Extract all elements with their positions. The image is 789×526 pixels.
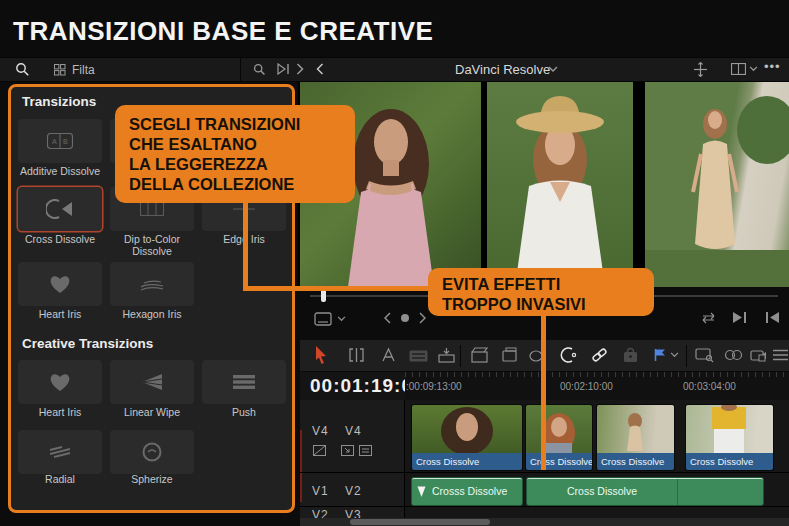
track-resize-icon[interactable] bbox=[340, 444, 354, 456]
page-title: TRANSIZIONI BASE E CREATIVE bbox=[13, 16, 433, 47]
filter-icon[interactable] bbox=[53, 63, 66, 76]
chevron-down-icon[interactable] bbox=[548, 66, 558, 73]
top-toolbar bbox=[0, 57, 789, 82]
timeline-clip[interactable]: Cross Dissolve bbox=[597, 405, 674, 470]
clapboard-frame-icon[interactable] bbox=[500, 347, 518, 363]
trim-tool-icon[interactable] bbox=[347, 347, 365, 363]
clip-transition-label: Cross Dissolve bbox=[686, 453, 773, 470]
timeline-audio-clip[interactable]: Crosss Dissolve bbox=[412, 478, 522, 505]
transition-label: Additive Dissolve bbox=[16, 165, 104, 177]
more-icon[interactable]: ••• bbox=[764, 59, 781, 74]
transition-thumb-push[interactable] bbox=[202, 360, 286, 404]
viewer-clip-straw-hat bbox=[487, 82, 633, 287]
svg-text:A: A bbox=[52, 138, 57, 145]
callout-line: EVITA EFFETTI bbox=[442, 274, 640, 294]
chevron-down-icon[interactable] bbox=[749, 66, 758, 72]
hamburger-icon[interactable] bbox=[772, 349, 788, 361]
loop-icon[interactable] bbox=[698, 312, 718, 324]
filter-field-label[interactable]: Filta bbox=[72, 63, 95, 77]
transition-label: Spherize bbox=[108, 473, 196, 485]
snap-icon[interactable] bbox=[558, 346, 578, 364]
transition-label: Heart Iris bbox=[16, 308, 104, 320]
transition-label: Dip to-Color Dissolve bbox=[108, 233, 196, 258]
timeline-ruler[interactable]: :00:09:13:00 00:02:10:00 00:03:04:00 bbox=[405, 372, 789, 400]
search-icon[interactable] bbox=[14, 61, 30, 77]
linked-clips-icon[interactable] bbox=[723, 348, 743, 362]
clip-cut-divider bbox=[677, 479, 678, 505]
timeline-clip[interactable]: Cross Dissolve bbox=[526, 405, 592, 470]
ruler-label: :00:09:13:00 bbox=[406, 381, 462, 392]
clip-transition-label: Crosss Dissolve bbox=[432, 485, 507, 497]
viewer-mode-icon[interactable] bbox=[313, 311, 333, 326]
callout-evita: EVITA EFFETTI TROPPO INVASIVI bbox=[428, 268, 654, 316]
flag-icon[interactable] bbox=[653, 348, 666, 362]
lock-bag-icon[interactable] bbox=[621, 347, 639, 363]
callout-connector-vertical bbox=[243, 200, 248, 291]
transition-thumb-cross-dissolve[interactable] bbox=[18, 187, 102, 231]
callout-line: TROPPO INVASIVI bbox=[442, 294, 640, 314]
callout-connector-horizontal bbox=[243, 286, 433, 291]
track-record-indicator bbox=[300, 430, 302, 502]
go-to-end-icon[interactable] bbox=[276, 62, 290, 76]
transition-thumb-heart-iris-2[interactable] bbox=[18, 360, 102, 404]
track-v4-label-a[interactable]: V4 bbox=[312, 424, 329, 438]
transition-label: Push bbox=[200, 406, 288, 418]
callout-line: LA LEGGEREZZA bbox=[129, 154, 341, 174]
track-divider bbox=[300, 506, 789, 507]
timeline-audio-clip[interactable]: Cross Dissolve bbox=[527, 478, 763, 505]
transition-thumb-hexagon-iris[interactable] bbox=[110, 262, 194, 306]
timeline-clip[interactable]: Cross Dissolve bbox=[412, 405, 522, 470]
toolbar-divider bbox=[460, 345, 461, 367]
chevron-left-icon[interactable] bbox=[315, 63, 325, 75]
selection-tool-icon[interactable] bbox=[312, 345, 330, 365]
transition-label: Cross Dissolve bbox=[16, 233, 104, 245]
viewer-clip-beige-dress bbox=[645, 82, 789, 287]
razor-tool-icon[interactable] bbox=[379, 347, 397, 363]
toolbar-divider bbox=[686, 345, 687, 367]
transition-label: Linear Wipe bbox=[108, 406, 196, 418]
transitions-section-title: Transizions bbox=[22, 94, 96, 109]
transition-thumb-radial[interactable] bbox=[18, 430, 102, 474]
jog-icon[interactable] bbox=[383, 311, 427, 325]
clip-transition-label: Cross Dissolve bbox=[597, 453, 674, 470]
transition-thumb-spherize[interactable] bbox=[110, 430, 194, 474]
link-icon[interactable] bbox=[590, 347, 608, 363]
svg-text:B: B bbox=[63, 138, 68, 145]
chevron-down-icon[interactable] bbox=[670, 352, 679, 358]
next-frame-icon[interactable] bbox=[731, 311, 747, 324]
transition-thumb-heart-iris[interactable] bbox=[18, 262, 102, 306]
ruler-label: 00:02:10:00 bbox=[560, 381, 613, 392]
prev-frame-icon[interactable] bbox=[764, 311, 780, 324]
keyboard-icon[interactable] bbox=[408, 349, 428, 362]
timeline-scrollbar-thumb[interactable] bbox=[350, 519, 490, 525]
transition-thumb-linear-wipe[interactable] bbox=[110, 360, 194, 404]
track-header-column bbox=[300, 400, 405, 518]
track-blend-icon[interactable] bbox=[312, 444, 326, 456]
creative-transitions-section-title: Creative Transizions bbox=[22, 336, 153, 351]
insert-icon[interactable] bbox=[437, 347, 455, 363]
track-v1-label-b[interactable]: V2 bbox=[345, 484, 362, 498]
screen-key-icon[interactable] bbox=[694, 347, 714, 363]
clip-transition-label: Cross Dissolve bbox=[412, 453, 522, 470]
clip-transition-label: Cross Dissolve bbox=[527, 485, 677, 497]
ruler-label: 00:03:04:00 bbox=[683, 381, 736, 392]
transition-label: Hexagon Iris bbox=[108, 308, 196, 320]
callout-line: DELLA COLLEZIONE bbox=[129, 174, 341, 194]
app-window: TRANSIZIONI BASE E CREATIVE Filta DaVinc… bbox=[0, 0, 789, 526]
clapboard-icon[interactable] bbox=[470, 347, 488, 363]
chevron-right-icon[interactable] bbox=[295, 63, 305, 75]
transition-thumb-additive-dissolve[interactable]: AB bbox=[18, 119, 102, 163]
timeline-clip[interactable]: Cross Dissolve bbox=[686, 405, 773, 470]
track-list-icon[interactable] bbox=[358, 444, 372, 456]
app-title[interactable]: DaVinci Resolve bbox=[455, 62, 550, 77]
transform-icon[interactable] bbox=[692, 61, 708, 77]
callout-connector-vertical-2 bbox=[541, 314, 546, 470]
track-v4-label-b[interactable]: V4 bbox=[345, 424, 362, 438]
camera-lock-icon[interactable] bbox=[749, 347, 767, 363]
track-v1-label-a[interactable]: V1 bbox=[312, 484, 329, 498]
search-icon[interactable] bbox=[252, 62, 266, 76]
callout-line: CHE ESALTANO bbox=[129, 134, 341, 154]
layout-icon[interactable] bbox=[730, 62, 746, 75]
chevron-down-icon[interactable] bbox=[337, 316, 346, 322]
transition-label: Heart Iris bbox=[16, 406, 104, 418]
